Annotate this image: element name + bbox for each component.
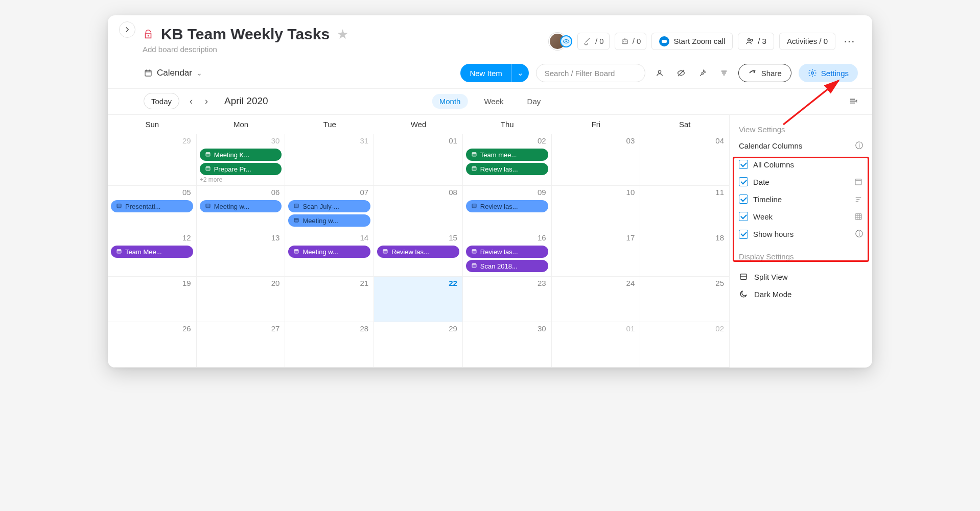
day-cell[interactable]: 02Team mee...Review las... [463, 134, 552, 185]
day-cell[interactable]: 28 [285, 322, 374, 367]
calendar-event[interactable]: Review las... [466, 163, 548, 175]
viewers-badge[interactable] [560, 35, 572, 47]
event-date-icon [471, 151, 477, 159]
info-icon[interactable]: ⓘ [855, 141, 863, 151]
calendar-event[interactable]: Review las... [466, 246, 548, 258]
sort-icon[interactable] [717, 66, 731, 80]
today-button[interactable]: Today [144, 93, 179, 109]
day-cell[interactable]: 18 [640, 231, 729, 276]
view-mode-month[interactable]: Month [432, 94, 468, 109]
calendar-event[interactable]: Presentati... [111, 200, 193, 212]
calendar-event[interactable]: Review las... [466, 200, 548, 212]
share-button[interactable]: Share [738, 64, 791, 82]
search-input[interactable]: Search / Filter Board [536, 64, 645, 82]
day-cell[interactable]: 31 [285, 134, 374, 185]
calendar-event[interactable]: Meeting w... [288, 246, 370, 258]
day-cell[interactable]: 14Meeting w... [285, 231, 374, 276]
calendar-event[interactable]: Scan 2018... [466, 260, 548, 272]
more-options-button[interactable]: ⋯ [841, 35, 858, 48]
day-cell[interactable]: 16Review las...Scan 2018... [463, 231, 552, 276]
day-cell[interactable]: 30Meeting K...Prepare Pr...+2 more [197, 134, 286, 185]
day-cell[interactable]: 29 [374, 322, 463, 367]
more-events-indicator[interactable]: +2 more [200, 176, 282, 183]
day-cell[interactable]: 01 [374, 134, 463, 185]
board-description[interactable]: Add board description [143, 45, 543, 54]
day-cell[interactable]: 11 [640, 186, 729, 231]
day-number: 06 [271, 188, 280, 197]
day-cell[interactable]: 23 [463, 277, 552, 322]
day-number: 24 [626, 279, 635, 287]
day-cell[interactable]: 07Scan July-...Meeting w... [285, 186, 374, 231]
show-hours-toggle[interactable]: Show hours ⓘ [730, 225, 872, 243]
day-cell[interactable]: 24 [552, 277, 641, 322]
day-cell[interactable]: 13 [197, 231, 286, 276]
day-number: 05 [182, 188, 191, 197]
person-filter-icon[interactable] [652, 66, 667, 80]
new-item-button[interactable]: New Item ⌄ [460, 64, 528, 82]
day-cell[interactable]: 04 [640, 134, 729, 185]
members-button[interactable]: / 3 [738, 33, 774, 50]
gear-icon [808, 68, 817, 78]
day-number: 14 [360, 233, 368, 242]
hide-icon[interactable] [674, 66, 688, 80]
day-cell[interactable]: 19 [108, 277, 197, 322]
start-zoom-call-button[interactable]: Start Zoom call [651, 33, 733, 50]
calendar-column-toggle[interactable]: All Columns [730, 156, 872, 173]
day-cell[interactable]: 25 [640, 277, 729, 322]
day-cell[interactable]: 06Meeting w... [197, 186, 286, 231]
activities-button[interactable]: Activities / 0 [779, 33, 835, 50]
calendar-event[interactable]: Scan July-... [288, 200, 370, 212]
day-cell[interactable]: 17 [552, 231, 641, 276]
board-title[interactable]: KB Team Weekly Tasks [161, 26, 330, 43]
day-cell[interactable]: 21 [285, 277, 374, 322]
split-view-toggle[interactable]: Split View [730, 268, 872, 285]
new-item-dropdown[interactable]: ⌄ [511, 64, 529, 82]
board-header: KB Team Weekly Tasks ★ Add board descrip… [108, 15, 872, 57]
automations-button[interactable]: / 0 [615, 33, 647, 50]
expand-sidebar-chevron[interactable] [119, 21, 135, 38]
calendar-event[interactable]: Prepare Pr... [200, 163, 282, 175]
calendar-event[interactable]: Meeting w... [288, 214, 370, 227]
calendar-column-toggle[interactable]: Week [730, 208, 872, 225]
day-cell[interactable]: 15Review las... [374, 231, 463, 276]
day-cell[interactable]: 12Team Mee... [108, 231, 197, 276]
day-cell[interactable]: 03 [552, 134, 641, 185]
svg-rect-39 [294, 204, 298, 208]
day-cell[interactable]: 26 [108, 322, 197, 367]
pin-icon[interactable] [695, 66, 710, 80]
day-cell[interactable]: 01 [552, 322, 641, 367]
day-cell[interactable]: 30 [463, 322, 552, 367]
calendar-event[interactable]: Review las... [377, 246, 459, 258]
day-cell[interactable]: 27 [197, 322, 286, 367]
day-cell[interactable]: 09Review las... [463, 186, 552, 231]
view-picker[interactable]: Calendar ⌄ [144, 68, 202, 78]
day-cell[interactable]: 08 [374, 186, 463, 231]
integrations-button[interactable]: / 0 [577, 33, 610, 50]
svg-rect-36 [206, 204, 210, 208]
calendar-event[interactable]: Team Mee... [111, 246, 193, 258]
calendar-column-toggle[interactable]: Timeline [730, 190, 872, 208]
next-month-button[interactable]: › [203, 96, 210, 107]
day-cell[interactable]: 05Presentati... [108, 186, 197, 231]
dark-mode-toggle[interactable]: Dark Mode [730, 285, 872, 303]
checkbox-icon [739, 230, 748, 239]
info-icon[interactable]: ⓘ [855, 229, 863, 239]
day-cell[interactable]: 02 [640, 322, 729, 367]
day-cell[interactable]: 20 [197, 277, 286, 322]
collapse-panel-icon[interactable] [849, 96, 858, 106]
prev-month-button[interactable]: ‹ [188, 96, 195, 107]
view-mode-day[interactable]: Day [520, 94, 548, 109]
day-cell[interactable]: 10 [552, 186, 641, 231]
settings-button[interactable]: Settings [799, 64, 858, 82]
svg-rect-54 [383, 249, 387, 253]
calendar-event[interactable]: Team mee... [466, 149, 548, 161]
day-cell[interactable]: 29 [108, 134, 197, 185]
favorite-star-icon[interactable]: ★ [337, 27, 348, 42]
day-cell[interactable]: 22 [374, 277, 463, 322]
calendar-event[interactable]: Meeting K... [200, 149, 282, 161]
view-mode-week[interactable]: Week [477, 94, 510, 109]
day-number: 25 [715, 279, 724, 287]
day-number: 31 [360, 136, 368, 145]
calendar-column-toggle[interactable]: Date [730, 173, 872, 190]
calendar-event[interactable]: Meeting w... [200, 200, 282, 212]
